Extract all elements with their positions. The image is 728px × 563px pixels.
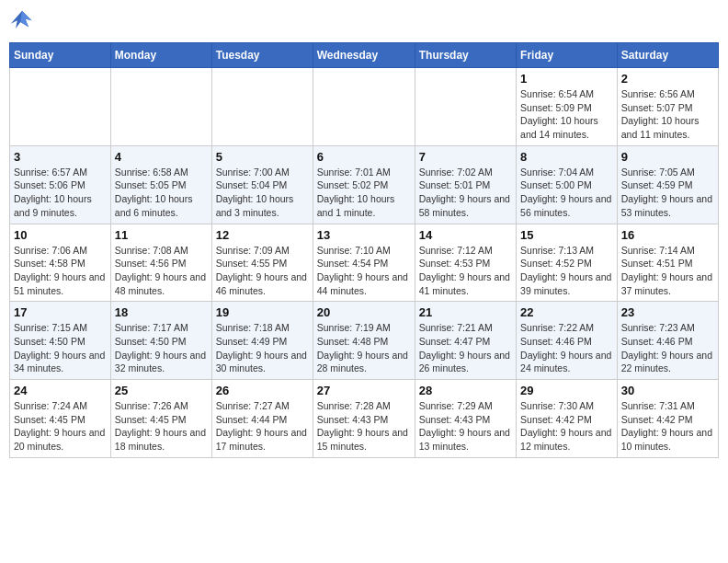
day-info: Sunrise: 6:58 AM Sunset: 5:05 PM Dayligh… [115,166,208,220]
day-info: Sunrise: 6:56 AM Sunset: 5:07 PM Dayligh… [621,87,714,142]
day-info: Sunrise: 7:30 AM Sunset: 4:42 PM Dayligh… [520,399,613,454]
day-info: Sunrise: 7:04 AM Sunset: 5:00 PM Dayligh… [520,166,613,220]
day-info: Sunrise: 7:00 AM Sunset: 5:04 PM Dayligh… [216,166,309,220]
day-info: Sunrise: 7:29 AM Sunset: 4:43 PM Dayligh… [419,399,512,454]
calendar-cell: 29Sunrise: 7:30 AM Sunset: 4:42 PM Dayli… [517,380,618,458]
day-number: 26 [216,384,309,397]
calendar-cell: 13Sunrise: 7:10 AM Sunset: 4:54 PM Dayli… [313,224,415,302]
day-number: 21 [419,305,512,319]
calendar-cell: 5Sunrise: 7:00 AM Sunset: 5:04 PM Daylig… [211,145,313,224]
day-number: 15 [520,228,613,242]
day-info: Sunrise: 7:26 AM Sunset: 4:45 PM Dayligh… [115,399,208,454]
calendar-cell [415,68,516,146]
day-number: 8 [520,150,613,164]
calendar-header-row: SundayMondayTuesdayWednesdayThursdayFrid… [10,43,719,68]
day-info: Sunrise: 7:24 AM Sunset: 4:45 PM Dayligh… [14,399,107,454]
day-number: 17 [14,305,107,319]
day-number: 23 [621,305,714,319]
calendar-cell: 21Sunrise: 7:21 AM Sunset: 4:47 PM Dayli… [415,302,516,380]
day-info: Sunrise: 7:27 AM Sunset: 4:44 PM Dayligh… [216,399,309,454]
column-header-saturday: Saturday [617,43,718,68]
day-info: Sunrise: 7:15 AM Sunset: 4:50 PM Dayligh… [14,321,107,375]
day-info: Sunrise: 7:28 AM Sunset: 4:43 PM Dayligh… [317,399,411,454]
calendar-week-row: 3Sunrise: 6:57 AM Sunset: 5:06 PM Daylig… [10,145,719,224]
logo-bird-icon [9,9,35,35]
day-info: Sunrise: 7:19 AM Sunset: 4:48 PM Dayligh… [317,321,411,375]
calendar-cell: 18Sunrise: 7:17 AM Sunset: 4:50 PM Dayli… [110,302,211,380]
calendar-cell: 12Sunrise: 7:09 AM Sunset: 4:55 PM Dayli… [211,224,313,302]
day-number: 6 [317,150,411,164]
day-number: 25 [115,384,208,397]
day-number: 3 [14,150,107,164]
column-header-wednesday: Wednesday [313,43,415,68]
day-info: Sunrise: 7:08 AM Sunset: 4:56 PM Dayligh… [115,244,208,298]
day-info: Sunrise: 7:12 AM Sunset: 4:53 PM Dayligh… [419,244,512,298]
day-info: Sunrise: 7:06 AM Sunset: 4:58 PM Dayligh… [14,244,107,298]
day-info: Sunrise: 7:18 AM Sunset: 4:49 PM Dayligh… [216,321,309,375]
calendar-cell: 19Sunrise: 7:18 AM Sunset: 4:49 PM Dayli… [211,302,313,380]
calendar-cell [211,68,313,146]
day-number: 24 [14,384,107,397]
day-info: Sunrise: 7:23 AM Sunset: 4:46 PM Dayligh… [621,321,714,375]
day-number: 29 [520,384,613,397]
page-header [9,9,719,35]
calendar-week-row: 24Sunrise: 7:24 AM Sunset: 4:45 PM Dayli… [10,380,719,458]
calendar-cell: 10Sunrise: 7:06 AM Sunset: 4:58 PM Dayli… [10,224,111,302]
day-number: 22 [520,305,613,319]
calendar-cell: 3Sunrise: 6:57 AM Sunset: 5:06 PM Daylig… [10,145,111,224]
calendar-cell: 28Sunrise: 7:29 AM Sunset: 4:43 PM Dayli… [415,380,516,458]
calendar-table: SundayMondayTuesdayWednesdayThursdayFrid… [9,42,719,458]
calendar-cell: 15Sunrise: 7:13 AM Sunset: 4:52 PM Dayli… [517,224,618,302]
day-number: 5 [216,150,309,164]
calendar-cell: 4Sunrise: 6:58 AM Sunset: 5:05 PM Daylig… [110,145,211,224]
calendar-cell: 24Sunrise: 7:24 AM Sunset: 4:45 PM Dayli… [10,380,111,458]
day-number: 19 [216,305,309,319]
logo [9,9,39,35]
day-info: Sunrise: 7:21 AM Sunset: 4:47 PM Dayligh… [419,321,512,375]
calendar-cell: 27Sunrise: 7:28 AM Sunset: 4:43 PM Dayli… [313,380,415,458]
calendar-cell: 1Sunrise: 6:54 AM Sunset: 5:09 PM Daylig… [517,68,618,146]
day-info: Sunrise: 7:13 AM Sunset: 4:52 PM Dayligh… [520,244,613,298]
svg-marker-1 [20,11,31,28]
calendar-cell: 17Sunrise: 7:15 AM Sunset: 4:50 PM Dayli… [10,302,111,380]
day-info: Sunrise: 6:54 AM Sunset: 5:09 PM Dayligh… [520,87,613,142]
day-number: 20 [317,305,411,319]
day-number: 7 [419,150,512,164]
day-number: 28 [419,384,512,397]
calendar-cell: 11Sunrise: 7:08 AM Sunset: 4:56 PM Dayli… [110,224,211,302]
day-info: Sunrise: 7:31 AM Sunset: 4:42 PM Dayligh… [621,399,714,454]
calendar-cell: 20Sunrise: 7:19 AM Sunset: 4:48 PM Dayli… [313,302,415,380]
day-number: 27 [317,384,411,397]
day-number: 11 [115,228,208,242]
day-number: 1 [520,72,613,86]
calendar-cell: 2Sunrise: 6:56 AM Sunset: 5:07 PM Daylig… [617,68,718,146]
day-number: 14 [419,228,512,242]
calendar-cell: 26Sunrise: 7:27 AM Sunset: 4:44 PM Dayli… [211,380,313,458]
day-info: Sunrise: 7:10 AM Sunset: 4:54 PM Dayligh… [317,244,411,298]
calendar-cell [110,68,211,146]
calendar-cell: 8Sunrise: 7:04 AM Sunset: 5:00 PM Daylig… [517,145,618,224]
calendar-cell: 9Sunrise: 7:05 AM Sunset: 4:59 PM Daylig… [617,145,718,224]
day-number: 13 [317,228,411,242]
calendar-week-row: 1Sunrise: 6:54 AM Sunset: 5:09 PM Daylig… [10,68,719,146]
day-number: 2 [621,72,714,86]
calendar-cell: 7Sunrise: 7:02 AM Sunset: 5:01 PM Daylig… [415,145,516,224]
column-header-monday: Monday [110,43,211,68]
day-number: 16 [621,228,714,242]
day-info: Sunrise: 7:09 AM Sunset: 4:55 PM Dayligh… [216,244,309,298]
column-header-friday: Friday [517,43,618,68]
day-info: Sunrise: 6:57 AM Sunset: 5:06 PM Dayligh… [14,166,107,220]
day-info: Sunrise: 7:22 AM Sunset: 4:46 PM Dayligh… [520,321,613,375]
calendar-cell: 14Sunrise: 7:12 AM Sunset: 4:53 PM Dayli… [415,224,516,302]
calendar-week-row: 17Sunrise: 7:15 AM Sunset: 4:50 PM Dayli… [10,302,719,380]
day-info: Sunrise: 7:17 AM Sunset: 4:50 PM Dayligh… [115,321,208,375]
calendar-cell: 16Sunrise: 7:14 AM Sunset: 4:51 PM Dayli… [617,224,718,302]
day-number: 10 [14,228,107,242]
day-info: Sunrise: 7:05 AM Sunset: 4:59 PM Dayligh… [621,166,714,220]
calendar-cell: 25Sunrise: 7:26 AM Sunset: 4:45 PM Dayli… [110,380,211,458]
calendar-cell: 22Sunrise: 7:22 AM Sunset: 4:46 PM Dayli… [517,302,618,380]
day-info: Sunrise: 7:01 AM Sunset: 5:02 PM Dayligh… [317,166,411,220]
day-number: 12 [216,228,309,242]
calendar-cell: 30Sunrise: 7:31 AM Sunset: 4:42 PM Dayli… [617,380,718,458]
day-info: Sunrise: 7:14 AM Sunset: 4:51 PM Dayligh… [621,244,714,298]
